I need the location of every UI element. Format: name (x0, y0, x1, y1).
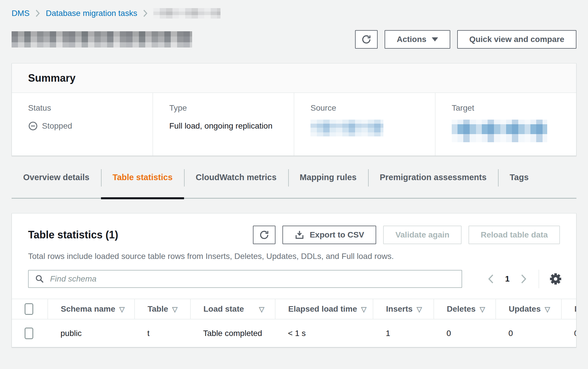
cell-elapsed-load-time: < 1 s (275, 319, 373, 347)
status-label: Status (28, 103, 136, 113)
breadcrumb-chevron-icon (143, 10, 148, 17)
column-label: Deletes (447, 304, 476, 313)
tab-cloudwatch-metrics[interactable]: CloudWatch metrics (184, 168, 288, 198)
table-statistics-description: Total rows include loaded source table r… (12, 252, 576, 261)
cell-updates: 0 (496, 319, 561, 347)
type-value: Full load, ongoing replication (169, 120, 278, 132)
tab-bar: Overview details Table statistics CloudW… (12, 168, 576, 199)
table-header-row: Schema name▽ Table▽ Load state▽ Elapsed … (12, 299, 576, 319)
page: DMS Database migration tasks Actions Qui… (0, 8, 588, 347)
tab-premigration-assessments[interactable]: Premigration assessments (368, 168, 498, 198)
sort-icon[interactable]: ▽ (545, 305, 550, 313)
summary-field-status: Status Stopped (12, 93, 152, 156)
reload-table-data-label: Reload table data (481, 230, 548, 240)
search-icon (35, 274, 44, 284)
validate-again-button[interactable]: Validate again (383, 226, 462, 244)
column-header-ddls-truncated[interactable]: D (561, 299, 576, 319)
column-header-inserts[interactable]: Inserts▽ (373, 299, 434, 319)
preferences-button[interactable] (549, 272, 562, 286)
column-label: Load state (203, 304, 244, 313)
stopped-icon (28, 121, 38, 131)
summary-title: Summary (28, 72, 560, 84)
summary-card: Summary Status Stopped Type Full load, o… (12, 63, 576, 156)
table-statistics-card: Table statistics (1) Export to CSV Valid… (12, 213, 576, 347)
table-row: public t Table completed < 1 s 1 0 0 0 (12, 319, 576, 347)
sort-icon[interactable]: ▽ (119, 305, 124, 313)
quick-view-button-label: Quick view and compare (469, 35, 564, 44)
refresh-icon (361, 34, 372, 45)
page-title-redacted (12, 31, 192, 48)
previous-page-button[interactable] (488, 274, 494, 284)
column-label: Elapsed load time (288, 304, 357, 313)
breadcrumb-chevron-icon (35, 10, 40, 17)
cell-deletes: 0 (434, 319, 496, 347)
table-statistics-table: Schema name▽ Table▽ Load state▽ Elapsed … (12, 299, 576, 347)
tab-tags[interactable]: Tags (498, 168, 540, 198)
type-label: Type (169, 103, 278, 113)
breadcrumb-link-dms[interactable]: DMS (12, 9, 30, 18)
table-statistics-title: Table statistics (1) (28, 229, 118, 241)
sort-icon[interactable]: ▽ (172, 305, 177, 313)
controls-divider (539, 270, 539, 288)
sort-icon[interactable]: ▽ (417, 305, 422, 313)
source-label: Source (310, 103, 419, 113)
column-label: Schema name (61, 304, 115, 313)
schema-search (28, 270, 462, 288)
column-label: Inserts (386, 304, 413, 313)
chevron-left-icon (488, 274, 494, 284)
row-checkbox[interactable] (25, 328, 33, 339)
cell-load-state: Table completed (190, 319, 275, 347)
next-page-button[interactable] (521, 274, 527, 284)
column-header-deletes[interactable]: Deletes▽ (434, 299, 496, 319)
page-header: Actions Quick view and compare (12, 30, 576, 49)
quick-view-and-compare-button[interactable]: Quick view and compare (457, 30, 576, 49)
breadcrumb-link-database-migration-tasks[interactable]: Database migration tasks (46, 9, 137, 18)
actions-button-label: Actions (397, 35, 427, 44)
export-to-csv-button[interactable]: Export to CSV (282, 226, 376, 244)
column-header-load-state[interactable]: Load state▽ (190, 299, 275, 319)
tab-overview-details[interactable]: Overview details (12, 168, 101, 198)
tab-table-statistics[interactable]: Table statistics (101, 168, 184, 198)
refresh-icon (259, 230, 269, 240)
column-header-elapsed-load-time[interactable]: Elapsed load time▽ (275, 299, 373, 319)
summary-card-header: Summary (12, 63, 576, 93)
refresh-button[interactable] (355, 30, 378, 49)
table-controls: 1 (12, 270, 576, 288)
column-header-table[interactable]: Table▽ (135, 299, 190, 319)
summary-field-type: Type Full load, ongoing replication (152, 93, 294, 156)
target-redacted-link[interactable] (452, 120, 547, 142)
cell-table: t (135, 319, 190, 347)
validate-again-label: Validate again (395, 230, 449, 240)
actions-button[interactable]: Actions (385, 30, 450, 49)
summary-body: Status Stopped Type Full load, ongoing r… (12, 93, 576, 156)
status-value: Stopped (42, 121, 72, 131)
column-label: D (574, 304, 576, 313)
table-refresh-button[interactable] (253, 226, 275, 244)
sort-icon[interactable]: ▽ (259, 305, 264, 313)
download-icon (295, 230, 304, 240)
source-redacted-link[interactable] (310, 120, 383, 136)
reload-table-data-button[interactable]: Reload table data (468, 226, 560, 244)
cell-schema-name: public (48, 319, 135, 347)
summary-field-target: Target (435, 93, 576, 156)
breadcrumb: DMS Database migration tasks (12, 8, 576, 19)
select-all-checkbox[interactable] (25, 303, 33, 315)
sort-icon[interactable]: ▽ (480, 305, 485, 313)
column-header-schema-name[interactable]: Schema name▽ (48, 299, 135, 319)
export-to-csv-label: Export to CSV (310, 230, 364, 240)
current-page-number: 1 (505, 274, 510, 284)
gear-icon (549, 272, 562, 286)
caret-down-icon (432, 37, 438, 41)
search-input[interactable] (49, 274, 455, 284)
column-header-updates[interactable]: Updates▽ (496, 299, 561, 319)
tab-mapping-rules[interactable]: Mapping rules (288, 168, 368, 198)
target-label: Target (452, 103, 560, 113)
column-label: Updates (509, 304, 541, 313)
column-label: Table (148, 304, 168, 313)
page-actions: Actions Quick view and compare (355, 30, 576, 49)
breadcrumb-redacted-task-name (153, 8, 220, 19)
cell-inserts: 1 (373, 319, 434, 347)
sort-icon[interactable]: ▽ (361, 305, 366, 313)
cell-ddls-truncated: 0 (561, 319, 576, 347)
summary-field-source: Source (294, 93, 435, 156)
